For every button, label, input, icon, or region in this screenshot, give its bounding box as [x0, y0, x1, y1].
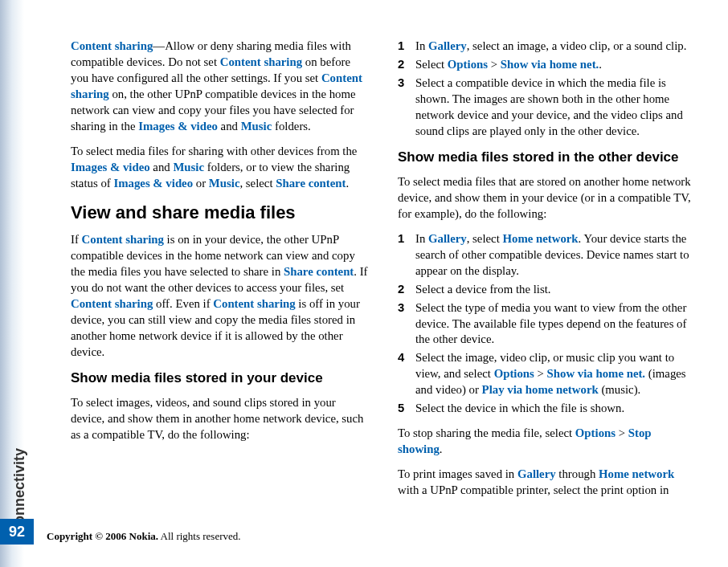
- keyword: Images & video: [113, 177, 193, 190]
- keyword: Show via home net.: [547, 367, 646, 380]
- keyword: Share content: [284, 265, 354, 278]
- list-item: 1In Gallery, select an image, a video cl…: [398, 39, 696, 55]
- paragraph: To select media files for sharing with o…: [71, 144, 369, 192]
- page-content: Content sharing—Allow or deny sharing me…: [71, 39, 696, 511]
- keyword: Content sharing: [71, 39, 153, 52]
- keyword: Images & video: [71, 161, 150, 173]
- sidebar: Connectivity: [0, 0, 44, 567]
- list-item: 3Select the type of media you want to vi…: [398, 300, 696, 349]
- list-item: 4Select the image, video clip, or music …: [398, 350, 696, 398]
- keyword: Options: [575, 426, 616, 439]
- paragraph: To print images saved in Gallery through…: [398, 467, 696, 499]
- left-column: Content sharing—Allow or deny sharing me…: [71, 39, 369, 511]
- keyword: Music: [241, 120, 272, 133]
- keyword: Content sharing: [82, 233, 164, 246]
- list-item: 3Select a compatible device in which the…: [398, 75, 696, 140]
- keyword: Play via home network: [482, 383, 599, 396]
- heading-view-share: View and share media files: [71, 201, 369, 225]
- keyword: Gallery: [517, 467, 556, 480]
- paragraph: To stop sharing the media file, select O…: [398, 426, 696, 458]
- keyword: Gallery: [428, 232, 467, 245]
- keyword: Content sharing: [220, 55, 302, 68]
- section-label: Connectivity: [0, 0, 44, 567]
- steps-list: 1In Gallery, select Home network. Your d…: [398, 231, 696, 418]
- keyword: Options: [448, 58, 488, 71]
- keyword: Gallery: [428, 39, 467, 52]
- list-item: 2Select a device from the list.: [398, 282, 696, 298]
- paragraph: Content sharing—Allow or deny sharing me…: [71, 39, 369, 135]
- right-column: 1In Gallery, select an image, a video cl…: [398, 39, 696, 511]
- footer: Copyright © 2006 Nokia. All rights reser…: [47, 530, 241, 543]
- paragraph: To select media files that are stored on…: [398, 174, 696, 222]
- copyright: Copyright © 2006 Nokia.: [47, 530, 158, 542]
- keyword: Share content: [276, 177, 346, 190]
- paragraph: If Content sharing is on in your device,…: [71, 232, 369, 361]
- steps-list: 1In Gallery, select an image, a video cl…: [398, 39, 696, 140]
- keyword: Music: [209, 177, 240, 190]
- keyword: Content sharing: [71, 297, 153, 310]
- rights-text: All rights reserved.: [158, 530, 241, 542]
- keyword: Home network: [599, 467, 674, 480]
- keyword: Options: [494, 367, 534, 380]
- keyword: Images & video: [138, 120, 218, 133]
- list-item: 2Select Options > Show via home net..: [398, 57, 696, 73]
- list-item: 1In Gallery, select Home network. Your d…: [398, 231, 696, 279]
- keyword: Show via home net.: [501, 58, 599, 71]
- keyword: Home network: [502, 232, 578, 245]
- page-number: 92: [0, 519, 34, 545]
- list-item: 5Select the device in which the file is …: [398, 401, 696, 417]
- heading-show-other-device: Show media files stored in the other dev…: [398, 149, 696, 167]
- keyword: Music: [173, 161, 204, 173]
- keyword: Content sharing: [213, 297, 295, 310]
- heading-show-your-device: Show media files stored in your device: [71, 369, 369, 388]
- paragraph: To select images, videos, and sound clip…: [71, 395, 369, 443]
